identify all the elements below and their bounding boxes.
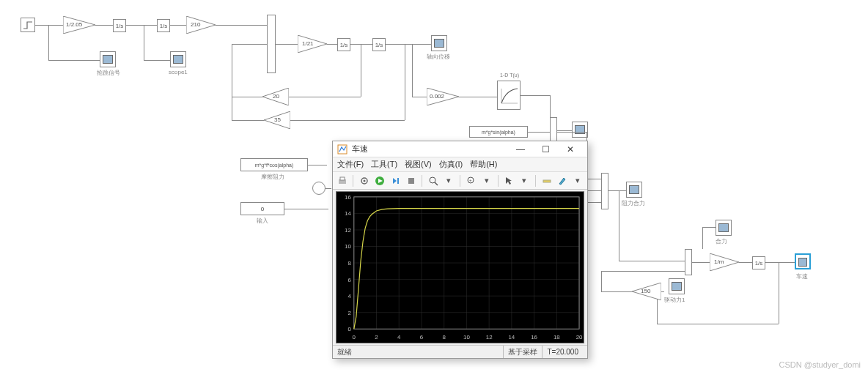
zoom-x-icon[interactable]: + [465,174,477,187]
svg-text:10: 10 [463,334,470,341]
lookup-1d[interactable]: 1-D T(u) [497,81,521,110]
friction-label: 摩擦阻力 [261,173,284,181]
svg-text:+: + [469,178,472,182]
step-block[interactable] [21,18,35,32]
gain-1-over-21[interactable]: 1/21 [298,35,327,53]
scope-window[interactable]: 车速 — ☐ ✕ 文件(F) 工具(T) 视图(V) 仿真(I) 帮助(H) ▾… [332,141,588,359]
gain-20[interactable]: 20 [262,88,289,105]
svg-text:2: 2 [375,334,378,341]
scope-speed[interactable] [795,253,811,269]
scope-toolbar: ▾ + ▾ ▾ ▾ [333,172,587,190]
dropdown-icon-3[interactable]: ▾ [518,174,531,187]
run-icon[interactable] [374,174,386,187]
gain-150[interactable]: 150 [632,283,661,300]
svg-text:12: 12 [345,227,351,234]
menu-sim[interactable]: 仿真(I) [439,159,463,170]
svg-text:16: 16 [345,194,351,201]
menu-view[interactable]: 视图(V) [405,159,432,170]
svg-rect-16 [397,178,399,184]
sum-block-1[interactable] [267,15,276,73]
integrator-1[interactable]: 1/s [113,19,126,32]
watermark: CSDN @studyer_domi [779,360,861,369]
scope-axle-label: 轴向位移 [427,53,450,61]
measure-icon[interactable] [540,174,553,187]
settings-icon[interactable] [358,174,370,187]
const-friction[interactable]: m*g*f*cos(alpha) [240,158,308,171]
step-fwd-icon[interactable] [389,174,402,187]
svg-point-18 [430,177,435,183]
scope-plot[interactable]: 024681012141618200246810121416 [336,191,584,343]
sum-force[interactable] [685,249,692,275]
scope1-label: scope1 [169,69,188,75]
const-zero[interactable]: 0 [240,202,284,215]
dropdown-icon[interactable]: ▾ [443,174,455,187]
svg-line-19 [435,182,438,185]
scope-signal-label: 抢跳信号 [97,69,120,77]
integrator-2[interactable]: 1/s [157,19,170,32]
gain-0p002[interactable]: 0.002 [427,88,459,105]
minimize-button[interactable]: — [508,144,533,155]
scope-signal[interactable] [100,51,116,67]
drive-label: 驱动力1 [664,296,685,304]
gain-1-over-m[interactable]: 1/m [710,253,739,271]
scope-title: 车速 [352,144,508,155]
gain-35[interactable]: 35 [264,111,290,129]
svg-rect-17 [408,178,414,184]
scope-app-icon [337,144,347,155]
svg-marker-15 [393,178,397,184]
svg-text:12: 12 [486,334,493,341]
svg-point-12 [363,179,365,182]
scope-axle[interactable] [431,35,447,51]
svg-text:14: 14 [345,210,351,217]
svg-text:6: 6 [347,277,351,283]
resist-label: 阻力合力 [622,199,645,207]
scope1[interactable] [170,51,186,67]
speed-label: 车速 [796,272,808,280]
print-icon[interactable] [336,174,348,187]
svg-text:8: 8 [442,334,446,341]
dropdown-icon-4[interactable]: ▾ [572,174,584,187]
menu-file[interactable]: 文件(F) [337,159,364,170]
status-time: T=20.000 [542,346,583,358]
gain-1-over-2p05[interactable]: 1/2.05 [63,16,95,34]
scope-menubar: 文件(F) 工具(T) 视图(V) 仿真(I) 帮助(H) [333,157,587,172]
svg-text:8: 8 [347,260,351,267]
sum-force-label: 合力 [716,237,727,245]
menu-tools[interactable]: 工具(T) [371,159,397,170]
svg-rect-10 [340,177,345,180]
svg-text:16: 16 [531,334,537,341]
close-button[interactable]: ✕ [558,144,583,155]
svg-text:4: 4 [397,334,401,341]
dropdown-icon-2[interactable]: ▾ [480,174,493,187]
svg-text:0: 0 [347,326,351,332]
clock-block[interactable] [312,182,326,195]
scope-resist[interactable] [626,182,642,198]
svg-text:18: 18 [553,334,560,341]
integrator-4[interactable]: 1/s [372,38,386,51]
scope-top-right[interactable] [572,122,588,138]
svg-text:6: 6 [420,334,424,341]
svg-text:4: 4 [347,293,351,300]
cursor-icon[interactable] [503,174,515,187]
svg-text:0: 0 [353,334,356,341]
gain-210[interactable]: 210 [186,16,216,34]
grav-sin-label[interactable]: m*g*sin(alpha) [469,126,528,138]
scope-drive[interactable] [669,278,685,294]
integrator-3[interactable]: 1/s [337,38,350,51]
svg-text:14: 14 [508,334,515,341]
svg-text:2: 2 [347,310,350,316]
zoom-icon[interactable] [427,174,439,187]
maximize-button[interactable]: ☐ [533,144,558,155]
menu-help[interactable]: 帮助(H) [470,159,497,170]
stop-icon[interactable] [405,174,417,187]
integrator-5[interactable]: 1/s [752,256,765,269]
svg-text:10: 10 [345,243,351,250]
sum-block-2[interactable] [550,117,557,144]
highlight-icon[interactable] [556,174,568,187]
scope-sum-force[interactable] [716,220,732,236]
status-sample: 基于采样 [503,346,542,358]
status-ready: 就绪 [337,347,352,357]
svg-text:20: 20 [576,334,583,341]
scope-titlebar[interactable]: 车速 — ☐ ✕ [333,141,587,157]
sum-resist[interactable] [601,173,608,209]
